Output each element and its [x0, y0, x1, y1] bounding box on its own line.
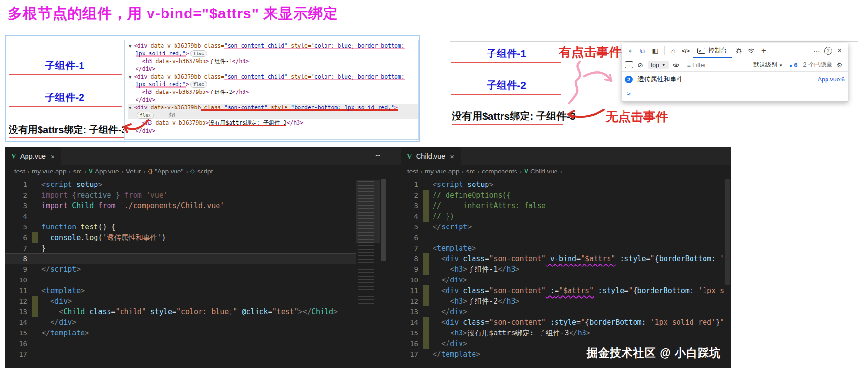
close-tab-icon[interactable]: × [51, 152, 55, 160]
code-token: > [394, 104, 398, 111]
code-line[interactable]: 3// inheritAttrs: false [387, 200, 724, 211]
code-line[interactable]: 6 [387, 232, 724, 243]
network-conditions-wifi-icon[interactable] [746, 45, 757, 56]
code-line[interactable]: 2import {reactive } from 'vue' [5, 190, 356, 200]
devtools-element-row[interactable]: </div> [128, 65, 418, 73]
editor-actions-more-icon[interactable]: ⋯ [375, 150, 381, 160]
code-line[interactable]: 15</template> [5, 328, 356, 338]
code-line[interactable]: 7<template> [387, 243, 724, 253]
devtools-element-row[interactable]: <h3 data-v-b36379bb>子组件-1</h3> [128, 57, 418, 65]
filter-input[interactable]: Filter [692, 62, 706, 68]
help-icon[interactable]: ? [824, 47, 832, 55]
scrollbar[interactable] [380, 177, 387, 368]
code-token: // }) [433, 212, 454, 221]
breadcrumb-item[interactable]: App.vue [95, 168, 119, 175]
code-line[interactable]: 14 <div class="son-content" :style="{bor… [387, 317, 724, 328]
console-settings-gear-icon[interactable]: ⚙ [834, 60, 845, 70]
breadcrumb[interactable]: test›my-vue-app›src›VApp.vue›Vetur›{}"Ap… [5, 165, 387, 177]
devtools-elements-panel[interactable]: ▼ <div data-v-b36379bb class="son-conten… [124, 40, 419, 140]
close-tab-icon[interactable]: × [450, 152, 454, 160]
tab-console[interactable]: >_ 控制台 [693, 43, 732, 58]
devtools-element-row[interactable]: ▼ <div data-v-b36379bb class="son-conten… [128, 73, 418, 80]
dock-side-icon[interactable]: ◧ [650, 45, 661, 56]
code-line[interactable]: 13 <Child class="child" style="color: bl… [5, 306, 356, 317]
clear-console-icon[interactable]: ⊘ [635, 60, 646, 70]
frame-icon[interactable]: → [625, 61, 633, 68]
more-options-icon[interactable]: ⋯ [812, 45, 822, 56]
console-log-row[interactable]: 2 透传属性和事件 App.vue:6 [622, 72, 848, 87]
console-toolbar: → ⊘ top ▼ ≡ Filter 默认级别 ▼ ● 6 [622, 58, 848, 72]
code-line[interactable]: 17 [5, 349, 356, 360]
breadcrumb[interactable]: test›my-vue-app›src›components›VChild.vu… [387, 165, 731, 177]
breadcrumb-item[interactable]: src [466, 168, 475, 175]
filter-icon: ≡ [687, 62, 691, 68]
devtools-element-row[interactable]: <h3 data-v-b36379bb>子组件-2</h3> [128, 88, 418, 96]
code-editor-appvue[interactable]: 1<script setup>2import {reactive } from … [5, 177, 356, 368]
console-icon: >_ [697, 48, 705, 54]
breadcrumb-item[interactable]: my-vue-app [32, 168, 66, 175]
code-line[interactable]: 10 [5, 275, 356, 285]
code-line[interactable]: 5function test() { [5, 222, 356, 232]
issues-counter[interactable]: ● 6 [789, 62, 797, 68]
code-line[interactable]: 2// defineOptions({ [387, 190, 724, 200]
devtools-element-row[interactable]: 1px solid red;">flex [128, 50, 418, 57]
code-line[interactable]: 9</script> [5, 264, 356, 275]
log-source-link[interactable]: App.vue:6 [818, 76, 845, 83]
code-line[interactable]: 15 <h3>没有用$attrs绑定: 子组件-3</h3> [387, 328, 724, 338]
devtools-element-row[interactable]: 1px solid red;">flex [128, 80, 418, 88]
code-line[interactable]: 16 [5, 338, 356, 349]
code-line[interactable]: 11 <div class="son-content" :="$attrs" :… [387, 285, 724, 296]
code-line[interactable]: 9 <h3>子组件-1</h3> [387, 264, 724, 275]
breadcrumb-item[interactable]: Child.vue [530, 168, 557, 175]
code-token: 没有用$attrs绑定: 子组件-3 [467, 329, 569, 337]
devtools-element-row[interactable]: </div> [128, 127, 418, 134]
code-token: '1px solid red' [651, 318, 716, 327]
code-line[interactable]: 14 </div> [5, 317, 356, 328]
code-line[interactable]: 3import Child from './components/Child.v… [5, 200, 356, 211]
breadcrumb-item[interactable]: components [482, 168, 517, 175]
device-toolbar-icon[interactable]: ⧉ [637, 45, 648, 56]
live-expression-eye-icon[interactable] [671, 60, 681, 70]
code-line[interactable]: 4// }) [387, 211, 724, 222]
breadcrumb-item[interactable]: src [73, 168, 82, 175]
code-line[interactable]: 4 [5, 211, 356, 222]
devtools-element-row[interactable]: ▼ <div data-v-b36379bb class="son-conten… [128, 42, 418, 50]
issues-bug-icon[interactable] [733, 45, 744, 56]
code-line[interactable]: 12 <h3>子组件-2</h3> [387, 296, 724, 306]
breadcrumb-item[interactable]: my-vue-app [425, 168, 459, 175]
devtools-element-row[interactable]: flex == $0 [128, 111, 418, 119]
more-tabs-plus-icon[interactable]: + [759, 45, 769, 56]
devtools-element-row[interactable]: <h3 data-v-b36379bb>没有用$attrs绑定: 子组件-3</… [128, 119, 418, 127]
breadcrumb-item[interactable]: "App.vue" [155, 168, 183, 175]
tab-appvue[interactable]: V App.vue × [5, 147, 61, 165]
breadcrumb-item[interactable]: ... [565, 168, 570, 175]
breadcrumb-item[interactable]: test [407, 168, 418, 175]
code-line[interactable]: 10 </div> [387, 275, 724, 285]
devtools-element-row[interactable]: ▼ <div data-v-b36379bb class="son-conten… [128, 104, 418, 111]
scrollbar[interactable] [724, 177, 731, 368]
code-line[interactable]: 12 <div> [5, 296, 356, 306]
inspect-element-icon[interactable]: ⌖ [625, 45, 636, 56]
sources-icon[interactable]: </> [680, 45, 691, 56]
code-line[interactable]: 8 <div class="son-content" v-bind="$attr… [387, 253, 724, 264]
devtools-element-row[interactable]: </div> [128, 96, 418, 104]
code-line[interactable]: 13 </div> [387, 306, 724, 317]
code-line[interactable]: 6 console.log('透传属性和事件') [5, 232, 356, 243]
code-line[interactable]: 8 [5, 253, 356, 264]
minimap[interactable] [356, 177, 380, 368]
code-line[interactable]: 1<script setup> [387, 179, 724, 190]
home-icon[interactable]: ⌂ [668, 45, 678, 56]
log-level-select[interactable]: 默认级别 ▼ [753, 61, 783, 69]
close-devtools-icon[interactable]: × [834, 45, 845, 56]
code-line[interactable]: 5</script> [387, 222, 724, 232]
code-line[interactable]: 7} [5, 243, 356, 253]
breadcrumb-item[interactable]: Vetur [126, 168, 141, 175]
console-prompt-row[interactable]: > [622, 87, 848, 100]
code-line[interactable]: 11<template> [5, 285, 356, 296]
frame-context-select[interactable]: top ▼ [648, 61, 669, 69]
code-editor-childvue[interactable]: 1<script setup>2// defineOptions({3// in… [387, 177, 724, 368]
breadcrumb-item[interactable]: test [14, 168, 25, 175]
tab-childvue[interactable]: V Child.vue × [401, 147, 461, 165]
code-line[interactable]: 1<script setup> [5, 179, 356, 190]
breadcrumb-item[interactable]: script [197, 168, 213, 175]
